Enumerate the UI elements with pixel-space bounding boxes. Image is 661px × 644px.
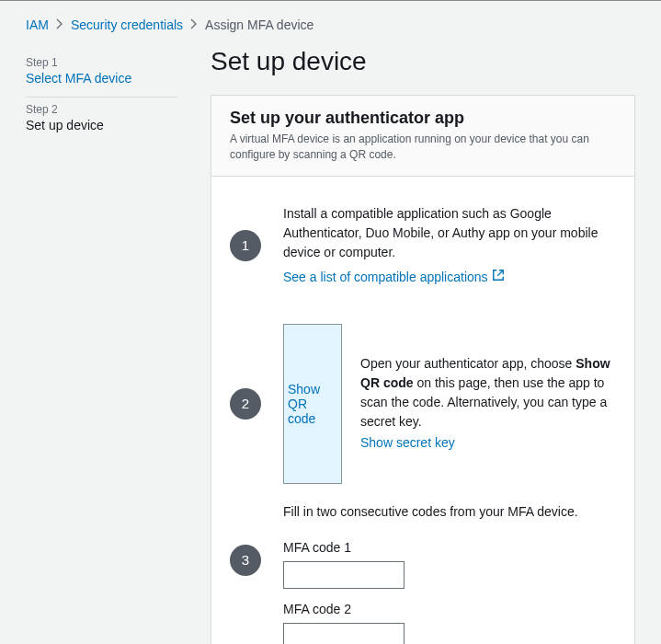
nav-step-2-name: Set up device (26, 118, 177, 132)
show-qr-code-label: Show QR code (288, 382, 337, 426)
panel-title: Set up your authenticator app (230, 109, 616, 128)
step2-text-pre: Open your authenticator app, choose (360, 356, 576, 371)
chevron-right-icon (56, 17, 63, 32)
breadcrumb: IAM Security credentials Assign MFA devi… (0, 1, 661, 41)
step-number-3: 3 (230, 545, 261, 576)
panel-header: Set up your authenticator app A virtual … (211, 96, 634, 177)
nav-step-1[interactable]: Step 1 Select MFA device (26, 51, 177, 98)
compatible-apps-link-label: See a list of compatible applications (283, 268, 488, 287)
step3-desc: Fill in two consecutive codes from your … (283, 502, 616, 522)
breadcrumb-iam[interactable]: IAM (26, 17, 49, 32)
nav-step-1-name: Select MFA device (26, 71, 177, 86)
step-number-2: 2 (230, 388, 261, 420)
step-number-1: 1 (230, 230, 261, 261)
setup-step-2: 2 Show QR code Open your authenticator a… (230, 324, 616, 484)
side-nav: Step 1 Select MFA device Step 2 Set up d… (26, 41, 177, 644)
mfa-code-2-input[interactable] (283, 623, 405, 644)
compatible-apps-link[interactable]: See a list of compatible applications (283, 268, 505, 287)
mfa-code-1-input[interactable] (283, 561, 405, 589)
nav-step-2: Step 2 Set up device (26, 98, 177, 144)
nav-step-2-label: Step 2 (26, 103, 177, 116)
external-link-icon (492, 268, 505, 287)
setup-step-1: 1 Install a compatible application such … (230, 204, 616, 287)
mfa-code-1-label: MFA code 1 (283, 538, 616, 558)
nav-step-1-label: Step 1 (26, 56, 177, 69)
chevron-right-icon (190, 17, 198, 32)
setup-panel: Set up your authenticator app A virtual … (211, 95, 635, 644)
show-qr-code-button[interactable]: Show QR code (283, 324, 342, 484)
panel-desc: A virtual MFA device is an application r… (230, 132, 616, 163)
mfa-code-2-label: MFA code 2 (283, 600, 616, 619)
breadcrumb-security[interactable]: Security credentials (71, 17, 183, 32)
show-secret-key-link[interactable]: Show secret key (360, 433, 455, 453)
page-title: Set up device (211, 47, 635, 76)
breadcrumb-current: Assign MFA device (205, 17, 313, 32)
step1-text: Install a compatible application such as… (283, 204, 616, 262)
setup-step-3: 3 Fill in two consecutive codes from you… (230, 521, 616, 644)
